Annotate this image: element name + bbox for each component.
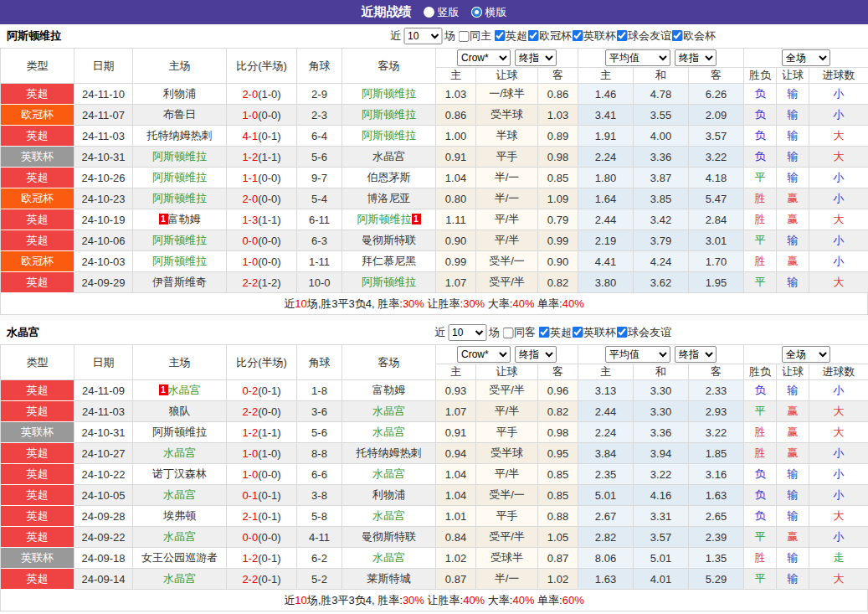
away-team-name[interactable]: 阿斯顿维拉: [362, 87, 416, 100]
league-filter[interactable]: 球会友谊: [616, 325, 671, 340]
recent-count-select[interactable]: 10: [403, 28, 442, 44]
home-team-name[interactable]: 水晶宫: [163, 530, 196, 543]
away-team[interactable]: 阿斯顿维拉: [342, 84, 436, 105]
league-filter-checkbox[interactable]: [572, 327, 583, 338]
league-filter[interactable]: 英联杯: [572, 28, 616, 44]
home-team[interactable]: 阿斯顿维拉: [133, 168, 227, 188]
home-team[interactable]: 狼队: [133, 401, 227, 422]
final-odds-select-2[interactable]: 终指: [675, 49, 716, 66]
league-filter[interactable]: 球会友谊: [616, 28, 671, 44]
scope-select[interactable]: 全场: [782, 346, 830, 363]
final-odds-select[interactable]: 终指: [515, 346, 557, 363]
recent-count-select[interactable]: 10: [448, 324, 486, 341]
away-team-name[interactable]: 富勒姆: [372, 384, 405, 396]
home-team[interactable]: 1水晶宫: [133, 380, 227, 401]
away-team[interactable]: 博洛尼亚: [342, 188, 436, 209]
league-filter-checkbox[interactable]: [616, 327, 627, 338]
layout-radio-vertical[interactable]: 竖版: [424, 5, 460, 20]
home-team-name[interactable]: 布鲁日: [163, 108, 196, 121]
away-team[interactable]: 曼彻斯特联: [342, 230, 436, 251]
home-team[interactable]: 伊普斯维奇: [133, 272, 227, 293]
home-team-name[interactable]: 水晶宫: [163, 488, 196, 501]
radio-unselected-icon[interactable]: [471, 7, 482, 18]
away-team[interactable]: 水晶宫: [342, 506, 436, 527]
away-team-name[interactable]: 水晶宫: [372, 551, 405, 564]
home-team[interactable]: 水晶宫: [133, 569, 227, 590]
home-team-name[interactable]: 阿斯顿维拉: [152, 192, 207, 204]
league-filter[interactable]: 欧冠杯: [527, 28, 572, 44]
home-team[interactable]: 利物浦: [133, 84, 227, 105]
away-team-name[interactable]: 阿斯顿维拉: [362, 129, 416, 142]
home-team-name[interactable]: 阿斯顿维拉: [152, 171, 207, 183]
home-team-name[interactable]: 诺丁汉森林: [152, 467, 207, 480]
away-team[interactable]: 水晶宫: [342, 422, 436, 443]
odds-company-select[interactable]: Crow*: [457, 49, 511, 66]
scope-select[interactable]: 全场: [782, 49, 830, 66]
final-odds-select[interactable]: 终指: [515, 49, 557, 66]
same-venue-checkbox[interactable]: [502, 328, 513, 338]
home-team-name[interactable]: 阿斯顿维拉: [152, 426, 207, 438]
home-team-name[interactable]: 水晶宫: [163, 446, 196, 459]
home-team[interactable]: 阿斯顿维拉: [133, 188, 227, 209]
away-team[interactable]: 莱斯特城: [342, 569, 436, 590]
home-team-name[interactable]: 水晶宫: [168, 384, 201, 396]
home-team[interactable]: 阿斯顿维拉: [133, 251, 227, 272]
away-team-name[interactable]: 水晶宫: [372, 467, 405, 480]
away-team[interactable]: 伯恩茅斯: [342, 168, 436, 188]
away-team[interactable]: 托特纳姆热刺: [342, 443, 436, 464]
away-team[interactable]: 富勒姆: [342, 380, 436, 401]
home-team[interactable]: 阿斯顿维拉: [133, 147, 227, 168]
final-odds-select-2[interactable]: 终指: [675, 346, 716, 363]
layout-radio-horizontal[interactable]: 横版: [471, 5, 507, 20]
league-filter-checkbox[interactable]: [494, 30, 505, 41]
away-team-name[interactable]: 莱斯特城: [367, 572, 411, 585]
league-filter[interactable]: 英联杯: [572, 325, 616, 340]
away-team-name[interactable]: 伯恩茅斯: [367, 171, 411, 183]
home-team[interactable]: 托特纳姆热刺: [133, 126, 227, 147]
home-team-name[interactable]: 水晶宫: [163, 572, 196, 585]
away-team-name[interactable]: 水晶宫: [372, 150, 405, 163]
radio-selected-icon[interactable]: [424, 7, 434, 18]
home-team-name[interactable]: 富勒姆: [168, 213, 201, 225]
league-filter-checkbox[interactable]: [572, 30, 583, 41]
league-filter[interactable]: 欧会杯: [671, 28, 716, 44]
away-team[interactable]: 曼彻斯特联: [342, 527, 436, 548]
home-team-name[interactable]: 托特纳姆热刺: [147, 129, 213, 142]
same-venue-filter[interactable]: 同客: [502, 325, 536, 340]
away-team[interactable]: 拜仁慕尼黑: [342, 251, 436, 272]
home-team-name[interactable]: 利物浦: [163, 87, 196, 100]
away-team[interactable]: 阿斯顿维拉: [342, 105, 436, 126]
home-team[interactable]: 水晶宫: [133, 443, 227, 464]
league-filter-checkbox[interactable]: [671, 30, 682, 41]
league-filter-checkbox[interactable]: [527, 30, 538, 41]
away-team-name[interactable]: 曼彻斯特联: [362, 234, 416, 246]
away-team-name[interactable]: 拜仁慕尼黑: [362, 255, 416, 267]
home-team[interactable]: 水晶宫: [133, 485, 227, 506]
league-filter[interactable]: 英超: [538, 325, 572, 340]
home-team[interactable]: 诺丁汉森林: [133, 464, 227, 485]
away-team[interactable]: 阿斯顿维拉1: [342, 209, 436, 230]
same-venue-filter[interactable]: 同主: [458, 28, 491, 44]
away-team-name[interactable]: 托特纳姆热刺: [357, 446, 422, 459]
away-team[interactable]: 阿斯顿维拉: [342, 126, 436, 147]
home-team[interactable]: 1富勒姆: [133, 209, 227, 230]
away-team-name[interactable]: 阿斯顿维拉: [362, 276, 416, 288]
league-filter[interactable]: 英超: [494, 28, 527, 44]
away-team-name[interactable]: 阿斯顿维拉: [362, 108, 416, 121]
away-team-name[interactable]: 水晶宫: [372, 426, 405, 438]
away-team[interactable]: 阿斯顿维拉: [342, 272, 436, 293]
home-team-name[interactable]: 阿斯顿维拉: [152, 255, 207, 267]
away-team-name[interactable]: 阿斯顿维拉: [357, 213, 412, 225]
home-team-name[interactable]: 阿斯顿维拉: [152, 150, 207, 163]
home-team[interactable]: 水晶宫: [133, 527, 227, 548]
away-team[interactable]: 利物浦: [342, 485, 436, 506]
league-filter-checkbox[interactable]: [616, 30, 627, 41]
home-team-name[interactable]: 阿斯顿维拉: [152, 234, 207, 246]
home-team[interactable]: 阿斯顿维拉: [133, 422, 227, 443]
home-team[interactable]: 阿斯顿维拉: [133, 230, 227, 251]
home-team[interactable]: 埃弗顿: [133, 506, 227, 527]
home-team-name[interactable]: 埃弗顿: [163, 509, 196, 522]
home-team-name[interactable]: 女王公园巡游者: [141, 551, 218, 564]
average-select[interactable]: 平均值: [605, 49, 670, 66]
away-team[interactable]: 水晶宫: [342, 548, 436, 569]
